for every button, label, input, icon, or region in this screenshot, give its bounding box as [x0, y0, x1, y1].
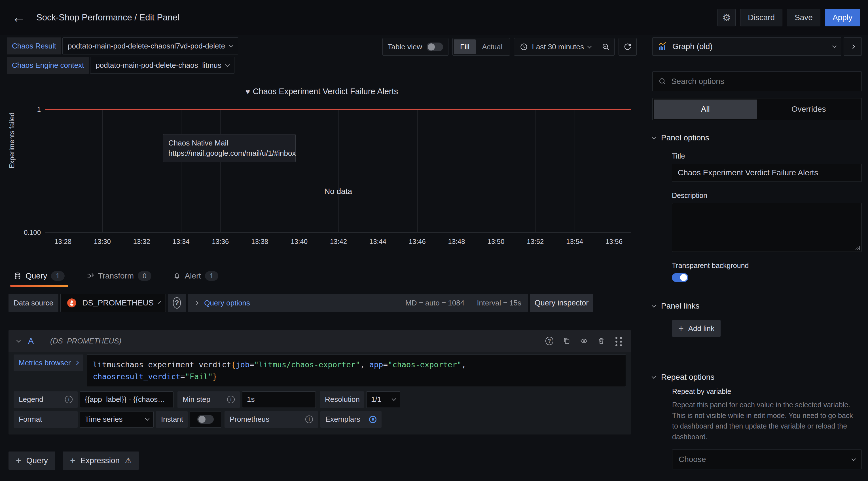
add-link-button[interactable]: + Add link	[672, 320, 721, 337]
exemplars-control[interactable]: Exemplars	[320, 411, 381, 428]
search-options-input[interactable]	[671, 77, 856, 86]
back-arrow-button[interactable]: ←	[12, 11, 26, 24]
query-ref-id: A	[28, 336, 34, 346]
tab-overrides[interactable]: Overrides	[757, 99, 861, 119]
fill-actual-segmented: Fill Actual	[453, 38, 510, 56]
query-datasource-hint: (DS_PROMETHEUS)	[50, 337, 121, 345]
info-icon: i	[65, 396, 72, 403]
time-range-picker[interactable]: Last 30 minutes	[514, 38, 597, 55]
label-text: Legend	[19, 395, 43, 404]
query-row-card: A (DS_PROMETHEUS) ?	[8, 330, 631, 434]
tab-label: Query	[26, 271, 47, 280]
section-heading: Repeat options	[661, 373, 714, 382]
apply-button[interactable]: Apply	[825, 9, 860, 26]
query-row-header[interactable]: A (DS_PROMETHEUS) ?	[8, 330, 631, 352]
table-view-control: Table view	[382, 38, 448, 56]
gridline	[575, 110, 575, 232]
promql-editor[interactable]: litmuschaos_experiment_verdict{job="litm…	[87, 355, 626, 387]
zoom-out-button[interactable]	[597, 38, 614, 55]
panel-description-textarea[interactable]	[672, 203, 862, 252]
actual-button[interactable]: Actual	[476, 39, 508, 54]
save-button[interactable]: Save	[787, 9, 820, 26]
heart-icon: ♥	[246, 87, 250, 96]
x-tick-label: 13:40	[290, 238, 308, 246]
tab-badge: 1	[205, 271, 218, 281]
table-view-toggle[interactable]	[427, 42, 443, 51]
panel-settings-button[interactable]: ⚙	[717, 9, 736, 26]
alert-threshold-line	[45, 109, 631, 110]
tab-alert[interactable]: Alert 1	[169, 267, 222, 285]
toggle-query-visibility-button[interactable]	[580, 337, 588, 345]
x-tick-label: 13:36	[212, 238, 229, 246]
panel-title[interactable]: ♥Chaos Experiment Verdict Failure Alerts	[7, 87, 637, 96]
tooltip-title: Chaos Native Mail	[168, 138, 290, 148]
format-value: Time series	[85, 415, 122, 424]
format-select[interactable]: Time series	[80, 411, 154, 428]
drag-handle-icon[interactable]	[615, 337, 622, 345]
search-icon	[658, 77, 667, 86]
instant-toggle[interactable]	[197, 415, 214, 424]
x-tick-label: 13:28	[55, 238, 71, 246]
gridline	[102, 110, 103, 232]
panel-options-section-header[interactable]: Panel options	[652, 133, 862, 142]
add-query-button[interactable]: + Query	[8, 451, 55, 470]
repeat-options-section-header[interactable]: Repeat options	[652, 373, 862, 382]
variable-value-dropdown[interactable]: podtato-main-pod-delete-chaos_litmus	[90, 57, 235, 74]
resolution-select[interactable]: 1/1	[366, 391, 400, 408]
query-help-button[interactable]: ?	[546, 337, 553, 345]
fill-button[interactable]: Fill	[454, 39, 476, 54]
panel-links-section-header[interactable]: Panel links	[652, 301, 862, 310]
query-options-label: Query options	[204, 299, 250, 307]
x-tick-label: 13:56	[606, 238, 622, 246]
panel-title-text: Chaos Experiment Verdict Failure Alerts	[253, 87, 398, 96]
tab-query[interactable]: Query 1	[10, 267, 68, 285]
transform-icon	[86, 272, 94, 280]
min-step-label: Min step i	[178, 391, 240, 408]
grafana-edit-panel: { "header": { "title": "Sock-Shop Perfor…	[0, 0, 868, 481]
min-step-input[interactable]: 1s	[242, 391, 316, 408]
prometheus-type-label: Prometheus i	[224, 411, 318, 428]
panel-view-controls: Table view Fill Actual Last 30 minutes	[382, 38, 637, 56]
y-tick-label: 0.100	[7, 229, 41, 237]
resolution-value: 1/1	[371, 395, 381, 404]
transparent-background-label: Transparent background	[672, 262, 862, 270]
options-sidebar: Graph (old) All Overrides Panel options …	[646, 35, 868, 481]
data-source-help-button[interactable]: ?	[168, 294, 186, 312]
editor-tabs: Query 1 Transform 0 Alert 1	[10, 267, 222, 285]
delete-query-button[interactable]	[597, 337, 605, 345]
chevron-down-icon	[229, 43, 234, 48]
tab-all[interactable]: All	[654, 99, 757, 119]
variable-value-dropdown[interactable]: podtato-main-pod-delete-chaosnl7vd-pod-d…	[62, 37, 238, 55]
help-icon: ?	[173, 297, 181, 308]
trash-icon	[597, 337, 605, 345]
legend-input[interactable]: {{app_label}} - {{chaos…	[80, 391, 174, 408]
query-options-bar[interactable]: Query options MD = auto = 1084 Interval …	[188, 294, 528, 312]
add-expression-button[interactable]: + Expression ⚠	[63, 451, 139, 470]
collapse-chevron-icon	[17, 338, 21, 342]
y-axis-title: Experiments failed	[8, 113, 16, 169]
metrics-browser-label: Metrics browser	[19, 359, 70, 367]
discard-button[interactable]: Discard	[740, 9, 782, 26]
duplicate-query-button[interactable]	[563, 337, 570, 345]
zoom-out-icon	[601, 42, 610, 51]
x-tick-label: 13:48	[448, 238, 465, 246]
x-tick-label: 13:34	[173, 238, 190, 246]
section-divider	[652, 294, 862, 294]
data-source-select[interactable]: DS_PROMETHEUS	[60, 294, 166, 312]
x-tick-label: 13:42	[330, 238, 347, 246]
gridline	[378, 110, 378, 232]
section-heading: Panel links	[661, 301, 699, 310]
tab-transform[interactable]: Transform 0	[83, 267, 155, 285]
transparent-background-toggle[interactable]	[672, 273, 688, 282]
query-inspector-button[interactable]: Query inspector	[530, 294, 593, 312]
repeat-variable-select[interactable]: Choose	[672, 450, 862, 470]
prometheus-icon	[66, 298, 77, 308]
section-divider	[652, 365, 862, 365]
visualization-select[interactable]: Graph (old)	[652, 37, 841, 56]
refresh-button[interactable]	[619, 38, 637, 56]
data-source-value: DS_PROMETHEUS	[82, 298, 154, 307]
collapse-options-button[interactable]	[844, 37, 862, 56]
gridline	[63, 110, 63, 232]
panel-title-input[interactable]: Chaos Experiment Verdict Failure Alerts	[672, 163, 862, 182]
metrics-browser-button[interactable]: Metrics browser	[13, 355, 83, 371]
